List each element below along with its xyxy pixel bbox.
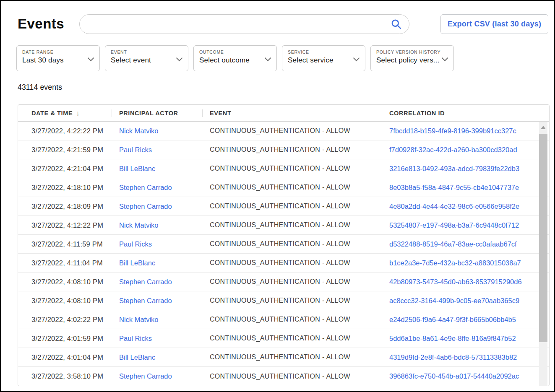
correlation-id-link[interactable]: e24d2506-f9a6-4a47-9f3f-b665b06bb4b5 — [389, 316, 516, 323]
cell-correlation-id: b1ce2a3e-7d5e-432a-bc32-a883015038a7 — [382, 259, 549, 267]
cell-correlation-id: f7d0928f-32ac-422d-a260-ba300cd320ad — [382, 146, 549, 154]
search-icon[interactable] — [391, 18, 402, 30]
scrollbar-thumb[interactable] — [539, 134, 547, 342]
sort-descending-icon: ↓ — [76, 109, 80, 118]
correlation-id-link[interactable]: 4319d9fd-2e8f-4ab6-bdc8-573113383b82 — [389, 353, 517, 361]
cell-datetime: 3/27/2022, 4:11:59 PM — [18, 240, 112, 248]
table-scrollbar[interactable] — [539, 122, 547, 386]
cell-event: CONTINUOUS_AUTHENTICATION - ALLOW — [202, 221, 382, 229]
table-row: 3/27/2022, 4:22:22 PM Nick Matviko CONTI… — [18, 122, 549, 140]
column-header-date-time[interactable]: DATE & TIME ↓ — [18, 105, 112, 121]
cell-correlation-id: 53254807-e197-498a-b3a7-6c9448c0f712 — [382, 221, 549, 229]
actor-link[interactable]: Paul Ricks — [119, 240, 152, 248]
cell-correlation-id: 42b80973-5473-45d0-ab63-8537915290d6 — [382, 278, 549, 286]
cell-datetime: 3/27/2022, 4:11:04 PM — [18, 259, 112, 267]
cell-datetime: 3/27/2022, 4:21:04 PM — [18, 165, 112, 173]
correlation-id-link[interactable]: b1ce2a3e-7d5e-432a-bc32-a883015038a7 — [389, 259, 521, 267]
cell-datetime: 3/27/2022, 4:22:22 PM — [18, 127, 112, 135]
export-csv-button[interactable]: Export CSV (last 30 days) — [440, 14, 548, 34]
cell-principal-actor: Stephen Carrado — [112, 372, 202, 380]
actor-link[interactable]: Stephen Carrado — [119, 184, 172, 191]
actor-link[interactable]: Stephen Carrado — [119, 278, 172, 286]
correlation-id-link[interactable]: 3216e813-0492-493a-adcd-79839fe22db3 — [389, 165, 519, 172]
actor-link[interactable]: Nick Matviko — [119, 221, 159, 229]
actor-link[interactable]: Nick Matviko — [119, 316, 159, 323]
correlation-id-link[interactable]: 396863fc-e750-454b-a017-54440a2092ac — [389, 372, 519, 380]
cell-event: CONTINUOUS_AUTHENTICATION - ALLOW — [202, 127, 382, 135]
correlation-id-link[interactable]: 53254807-e197-498a-b3a7-6c9448c0f712 — [389, 221, 519, 229]
cell-event: CONTINUOUS_AUTHENTICATION - ALLOW — [202, 316, 382, 323]
column-header-label: PRINCIPAL ACTOR — [119, 110, 178, 117]
actor-link[interactable]: Paul Ricks — [119, 335, 152, 342]
actor-link[interactable]: Stephen Carrado — [119, 297, 172, 304]
correlation-id-link[interactable]: 4e80a2dd-4e44-4e32-98c6-e0566e958f2e — [389, 202, 519, 210]
cell-correlation-id: 396863fc-e750-454b-a017-54440a2092ac — [382, 372, 549, 380]
search-input[interactable] — [79, 14, 409, 34]
filter-outcome[interactable]: OUTCOME Select outcome — [193, 45, 277, 71]
actor-link[interactable]: Bill LeBlanc — [119, 353, 155, 361]
filters-bar: DATE RANGE Last 30 days EVENT Select eve… — [1, 34, 554, 71]
scroll-up-button[interactable] — [539, 122, 547, 133]
events-page: Events Export CSV (last 30 days) DATE RA… — [0, 0, 555, 392]
column-header-label: CORRELATION ID — [389, 110, 445, 117]
table-row: 3/27/2022, 4:18:09 PM Stephen Carrado CO… — [18, 197, 549, 216]
cell-event: CONTINUOUS_AUTHENTICATION - ALLOW — [202, 202, 382, 210]
filter-label: SERVICE — [288, 49, 351, 55]
filter-date-range[interactable]: DATE RANGE Last 30 days — [16, 45, 100, 71]
cell-event: CONTINUOUS_AUTHENTICATION - ALLOW — [202, 335, 382, 342]
actor-link[interactable]: Stephen Carrado — [119, 202, 172, 210]
cell-correlation-id: 7fbcdd18-b159-4fe9-8196-399b91cc327c — [382, 127, 549, 135]
cell-event: CONTINUOUS_AUTHENTICATION - ALLOW — [202, 240, 382, 248]
filter-service[interactable]: SERVICE Select service — [282, 45, 365, 71]
correlation-id-link[interactable]: 8e03b8a5-f58a-4847-9c55-cb4e1047737e — [389, 184, 519, 191]
cell-principal-actor: Paul Ricks — [112, 335, 202, 343]
triangle-up-icon — [541, 126, 546, 129]
cell-datetime: 3/27/2022, 4:18:09 PM — [18, 202, 112, 210]
actor-link[interactable]: Stephen Carrado — [119, 372, 172, 380]
chevron-down-icon — [442, 55, 448, 62]
table-row: 3/27/2022, 4:01:59 PM Paul Ricks CONTINU… — [18, 329, 549, 348]
cell-principal-actor: Bill LeBlanc — [112, 259, 202, 267]
actor-link[interactable]: Bill LeBlanc — [119, 165, 155, 172]
table-row: 3/27/2022, 4:11:59 PM Paul Ricks CONTINU… — [18, 235, 549, 254]
correlation-id-link[interactable]: 42b80973-5473-45d0-ab63-8537915290d6 — [389, 278, 522, 286]
filter-event[interactable]: EVENT Select event — [105, 45, 188, 71]
table-row: 3/27/2022, 4:11:04 PM Bill LeBlanc CONTI… — [18, 254, 549, 273]
cell-principal-actor: Bill LeBlanc — [112, 165, 202, 173]
actor-link[interactable]: Bill LeBlanc — [119, 259, 155, 267]
cell-correlation-id: 4e80a2dd-4e44-4e32-98c6-e0566e958f2e — [382, 202, 549, 210]
chevron-down-icon — [88, 55, 94, 62]
table-body: 3/27/2022, 4:22:22 PM Nick Matviko CONTI… — [18, 122, 549, 386]
cell-datetime: 3/27/2022, 4:01:59 PM — [18, 335, 112, 343]
filter-label: POLICY VERSION HISTORY — [376, 49, 439, 55]
cell-event: CONTINUOUS_AUTHENTICATION - ALLOW — [202, 373, 382, 380]
actor-link[interactable]: Paul Ricks — [119, 146, 152, 153]
table-row: 3/27/2022, 4:12:22 PM Nick Matviko CONTI… — [18, 216, 549, 235]
filter-policy-version-history[interactable]: POLICY VERSION HISTORY Select policy ver… — [370, 45, 454, 71]
correlation-id-link[interactable]: ac8ccc32-3164-499b-9c05-ee70aab365c9 — [389, 297, 519, 304]
cell-datetime: 3/27/2022, 4:08:10 PM — [18, 278, 112, 286]
cell-event: CONTINUOUS_AUTHENTICATION - ALLOW — [202, 146, 382, 153]
filter-label: OUTCOME — [199, 49, 262, 55]
cell-event: CONTINUOUS_AUTHENTICATION - ALLOW — [202, 353, 382, 361]
cell-datetime: 3/27/2022, 3:58:10 PM — [18, 372, 112, 380]
cell-datetime: 3/27/2022, 4:21:59 PM — [18, 146, 112, 154]
cell-principal-actor: Nick Matviko — [112, 127, 202, 135]
correlation-id-link[interactable]: d5322488-8519-46a7-83ae-cc0afaab67cf — [389, 240, 517, 248]
filter-value: Select policy vers... — [376, 56, 439, 65]
column-header-correlation-id: CORRELATION ID — [382, 105, 549, 121]
correlation-id-link[interactable]: 7fbcdd18-b159-4fe9-8196-399b91cc327c — [389, 127, 516, 135]
chevron-down-icon — [176, 55, 183, 62]
correlation-id-link[interactable]: 5dd6a1be-8a61-4e9e-8ffe-816a9f847b52 — [389, 335, 516, 342]
events-table: DATE & TIME ↓ PRINCIPAL ACTOR EVENT CORR… — [18, 104, 550, 386]
cell-correlation-id: 3216e813-0492-493a-adcd-79839fe22db3 — [382, 165, 549, 173]
cell-correlation-id: ac8ccc32-3164-499b-9c05-ee70aab365c9 — [382, 297, 549, 305]
cell-datetime: 3/27/2022, 4:12:22 PM — [18, 221, 112, 229]
filter-value: Select event — [111, 56, 174, 65]
correlation-id-link[interactable]: f7d0928f-32ac-422d-a260-ba300cd320ad — [389, 146, 517, 153]
cell-correlation-id: 5dd6a1be-8a61-4e9e-8ffe-816a9f847b52 — [382, 335, 549, 343]
table-row: 3/27/2022, 4:21:59 PM Paul Ricks CONTINU… — [18, 140, 549, 159]
top-bar: Events Export CSV (last 30 days) — [1, 1, 554, 34]
actor-link[interactable]: Nick Matviko — [119, 127, 159, 135]
cell-datetime: 3/27/2022, 4:02:22 PM — [18, 316, 112, 324]
